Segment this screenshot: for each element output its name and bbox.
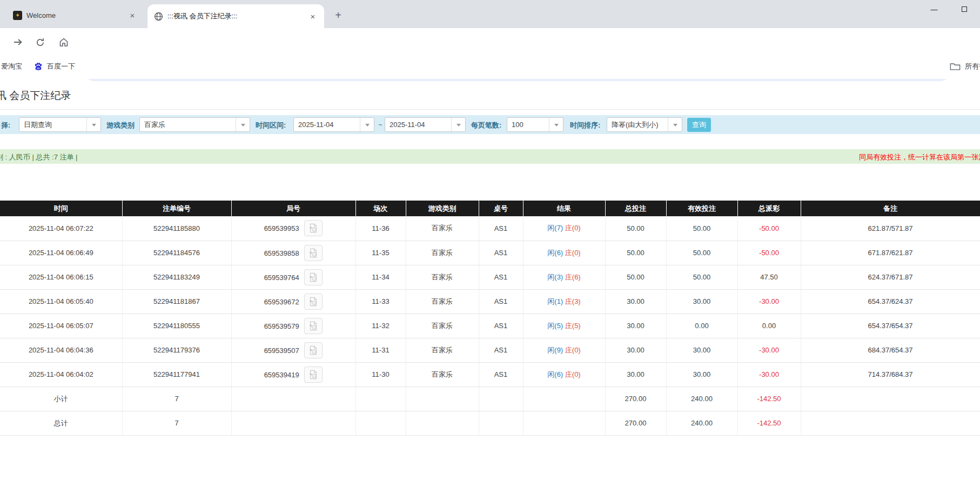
cell-round: 659539953 [231,216,355,241]
game-type-select[interactable]: 百家乐 [139,117,250,132]
cell-table-no: AS1 [479,241,523,265]
forward-button[interactable] [9,34,26,51]
cell-bet-id: 522941177941 [122,362,231,387]
header-result: 结果 [523,201,605,216]
cell-game-type: 百家乐 [406,338,479,362]
query-select-label: 择: [1,121,10,130]
cell-result: 闲(5) 庄(5) [523,314,605,338]
cell-valid-bet: 0.00 [666,314,737,338]
tab-betrecord[interactable]: :::视讯 会员下注纪录::: × [147,4,324,28]
cell-valid-bet: 50.00 [666,216,737,241]
chevron-down-icon [451,118,465,131]
video-replay-button[interactable] [304,367,323,383]
cell-time: 2025-11-04 06:06:49 [0,241,122,265]
cell-session: 11-36 [355,216,406,241]
header-valid-bet: 有效投注 [666,201,737,216]
reload-button[interactable] [31,34,49,51]
cell-bet-id: 522941180555 [122,314,231,338]
sort-select[interactable]: 降幂(由大到小) [607,117,682,132]
summary-text: 别 : 人民币 | 总共 :7 注单 | [0,152,78,162]
cell-valid-bet: 30.00 [666,338,737,362]
cell-valid-bet: 30.00 [666,289,737,314]
tab-title: Welcome [26,11,127,19]
cell-time: 2025-11-04 06:04:36 [0,338,122,362]
subtotal-payout: -142.50 [737,387,801,411]
cell-table-no: AS1 [479,216,523,241]
header-payout: 总派彩 [737,201,801,216]
query-type-select[interactable]: 日期查询 [19,117,101,132]
round-number: 659539579 [264,322,299,330]
round-number: 659539672 [264,297,299,305]
video-replay-button[interactable] [304,245,323,261]
result-banker: 庄(0) [565,370,581,378]
bookmark-aitaobao[interactable]: 爱淘宝 [1,62,22,71]
video-replay-button[interactable] [304,220,323,236]
close-tab-icon[interactable]: × [308,12,318,21]
summary-bar: 别 : 人民币 | 总共 :7 注单 | 同局有效投注，统一计算在该局第一张注 [0,149,980,164]
all-bookmarks-folder[interactable]: 所有书签 [950,62,980,71]
summary-note: 同局有效投注，统一计算在该局第一张注 [859,152,980,162]
table-row: 2025-11-04 06:05:40 522941181867 6595396… [0,289,980,314]
video-replay-button[interactable] [304,294,323,310]
result-player: 闲(3) [547,273,563,281]
cell-game-type: 百家乐 [406,241,479,265]
round-number: 659539507 [264,346,299,354]
cell-remark: 654.37/654.37 [801,314,980,338]
new-tab-button[interactable]: + [331,8,346,23]
video-replay-button[interactable] [304,318,323,334]
chevron-down-icon [86,118,100,131]
date-from-select[interactable]: 2025-11-04 [293,117,374,132]
cell-total-bet[interactable]: 50.00 [605,265,666,289]
cell-round: 659539507 [231,338,355,362]
cell-table-no: AS1 [479,265,523,289]
maximize-button[interactable] [952,0,977,18]
cell-payout: -30.00 [737,289,801,314]
cell-total-bet[interactable]: 30.00 [605,289,666,314]
home-button[interactable] [55,34,72,51]
round-number: 659539419 [264,370,299,378]
subtotal-count: 7 [122,387,231,411]
close-tab-icon[interactable]: × [127,11,137,20]
video-replay-button[interactable] [304,342,323,358]
search-button[interactable]: 查询 [687,118,711,132]
cell-total-bet[interactable]: 30.00 [605,314,666,338]
subtotal-total-bet: 270.00 [605,387,666,411]
chevron-down-icon [668,118,682,131]
game-type-value: 百家乐 [140,118,236,131]
cell-time: 2025-11-04 06:04:02 [0,362,122,387]
cell-game-type: 百家乐 [406,314,479,338]
sort-label: 时间排序: [570,121,600,130]
total-total-bet: 270.00 [605,411,666,435]
cell-valid-bet: 50.00 [666,241,737,265]
sort-value: 降幂(由大到小) [607,118,668,131]
tab-title: :::视讯 会员下注纪录::: [167,11,308,21]
cell-total-bet[interactable]: 30.00 [605,338,666,362]
result-banker: 庄(0) [565,346,581,354]
tab-welcome[interactable]: ✦ Welcome × [8,4,143,26]
title-divider [0,109,980,110]
total-payout: -142.50 [737,411,801,435]
cell-session: 11-31 [355,338,406,362]
bookmark-label: 百度一下 [47,62,75,71]
cell-time: 2025-11-04 06:05:40 [0,289,122,314]
table-row: 2025-11-04 06:07:22 522941185880 6595399… [0,216,980,241]
cell-total-bet[interactable]: 30.00 [605,362,666,387]
video-replay-button[interactable] [304,269,323,285]
table-row: 2025-11-04 06:04:36 522941179376 6595395… [0,338,980,362]
minimize-button[interactable]: — [922,0,947,18]
cell-total-bet[interactable]: 50.00 [605,216,666,241]
cell-total-bet[interactable]: 50.00 [605,241,666,265]
round-number: 659539764 [264,273,299,281]
header-time: 时间 [0,201,122,216]
date-to-value: 2025-11-04 [385,118,451,131]
chevron-down-icon [360,118,374,131]
baidu-paw-icon: du [33,62,43,71]
total-row: 总计 7 270.00 240.00 -142.50 [0,411,980,435]
date-to-select[interactable]: 2025-11-04 [385,117,466,132]
subtotal-label: 小计 [0,387,122,411]
result-player: 闲(1) [547,297,563,305]
cell-result: 闲(7) 庄(0) [523,216,605,241]
folder-icon [950,62,961,71]
page-size-select[interactable]: 100 [507,117,563,132]
bookmark-baidu[interactable]: du 百度一下 [33,62,75,71]
